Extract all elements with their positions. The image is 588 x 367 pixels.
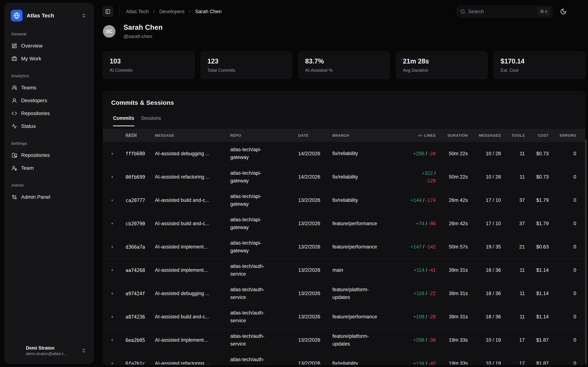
column-header-message[interactable]: Message bbox=[145, 129, 228, 142]
breadcrumb-item[interactable]: Sarah Chen bbox=[195, 9, 222, 15]
expand-caret-icon[interactable] bbox=[111, 245, 114, 249]
cell-message: AI-assisted refactoring ... bbox=[145, 165, 228, 189]
sidebar-toggle-button[interactable] bbox=[103, 6, 113, 17]
expand-caret-icon[interactable] bbox=[111, 152, 114, 155]
sidebar-item-repositories[interactable]: Repositories bbox=[10, 107, 88, 120]
cell-tools: 37 bbox=[501, 189, 525, 212]
column-header-duration[interactable]: Duration bbox=[436, 129, 468, 142]
expand-caret-icon[interactable] bbox=[111, 222, 114, 225]
table-row[interactable]: 00fb699AI-assisted refactoring ...atlas-… bbox=[103, 165, 585, 189]
cell-tools: 11 bbox=[501, 282, 525, 305]
expand-caret-icon[interactable] bbox=[111, 362, 114, 365]
app-switcher[interactable]: Atlas Tech bbox=[10, 8, 88, 23]
cell-message: AI-assisted implement... bbox=[145, 259, 228, 282]
cell-messages: 10 / 19 bbox=[468, 352, 501, 365]
cell-message: AI-assisted implement... bbox=[145, 235, 228, 259]
expand-caret-icon[interactable] bbox=[111, 199, 114, 202]
sidebar-item-overview[interactable]: Overview bbox=[10, 40, 88, 52]
cell-errors: 0 bbox=[549, 235, 576, 259]
cell-duration: 50m 22s bbox=[436, 165, 468, 189]
user-icon bbox=[12, 98, 17, 103]
column-header-date[interactable]: Date bbox=[296, 129, 331, 142]
cell-lines: +322 /-129 bbox=[392, 165, 436, 189]
page-title: Sarah Chen bbox=[123, 24, 163, 31]
cell-lines: +298 / -24 bbox=[392, 142, 436, 165]
expand-caret-icon[interactable] bbox=[111, 339, 114, 342]
account-avatar[interactable] bbox=[574, 6, 585, 17]
column-header-errors[interactable]: Errors bbox=[549, 129, 576, 142]
user-gear-icon bbox=[12, 165, 17, 171]
cell-duration: 39m 31s bbox=[436, 282, 468, 305]
cell-message: AI-assisted implement... bbox=[145, 328, 228, 352]
column-header-cost[interactable]: Cost bbox=[525, 129, 549, 142]
stat-card-avg-duration: 21m 28sAvg Duration bbox=[396, 51, 487, 79]
dark-mode-toggle[interactable] bbox=[560, 8, 567, 15]
expand-caret-icon[interactable] bbox=[111, 269, 114, 272]
sidebar-nav: GeneralOverviewMy WorkAnalyticsTeamsDeve… bbox=[10, 23, 88, 342]
expand-caret-icon[interactable] bbox=[111, 292, 114, 295]
column-header-tools[interactable]: Tools bbox=[501, 129, 525, 142]
table-row[interactable]: 6fa2b1cAI-assisted refactoring ...atlas-… bbox=[103, 352, 585, 365]
cell-date: 13/2/2026 bbox=[296, 305, 331, 328]
sidebar-item-status[interactable]: Status bbox=[10, 120, 88, 133]
column-header-messages[interactable]: Messages bbox=[468, 129, 501, 142]
sidebar-item-developers[interactable]: Developers bbox=[10, 94, 88, 107]
user-menu[interactable]: Demi Straton demi.straton@atlas-t... bbox=[10, 342, 88, 359]
scrollbar[interactable] bbox=[585, 140, 587, 365]
sidebar-item-team[interactable]: Team bbox=[10, 162, 88, 175]
app-name: Atlas Tech bbox=[27, 12, 77, 19]
breadcrumb-item[interactable]: Developers bbox=[159, 9, 184, 15]
cell-cost: $0.73 bbox=[525, 165, 549, 189]
tab-sessions[interactable]: Sessions bbox=[141, 116, 161, 126]
cell-errors: 0 bbox=[549, 165, 576, 189]
cell-branch: fix/reliability bbox=[331, 352, 392, 365]
activity-icon bbox=[12, 124, 17, 129]
cell-message: AI-assisted debugging ... bbox=[145, 282, 228, 305]
cell-messages: 18 / 36 bbox=[468, 305, 501, 328]
sidebar-item-admin-panel[interactable]: Admin Panel bbox=[10, 191, 88, 203]
table-row[interactable]: aa74268AI-assisted implement...atlas-tec… bbox=[103, 259, 585, 282]
expand-caret-icon[interactable] bbox=[111, 315, 114, 318]
table-row[interactable]: a97424fAI-assisted debugging ...atlas-te… bbox=[103, 282, 585, 305]
cell-messages: 10 / 28 bbox=[468, 142, 501, 165]
stat-label: AI-Assisted % bbox=[305, 68, 383, 73]
nav-section-general: GeneralOverviewMy Work bbox=[10, 32, 88, 65]
cell-lines: +108 / -28 bbox=[392, 305, 436, 328]
cell-cost: $1.14 bbox=[525, 282, 549, 305]
expand-caret-icon[interactable] bbox=[111, 175, 114, 179]
cell-duration: 50m 22s bbox=[436, 142, 468, 165]
stat-value: 83.7% bbox=[305, 58, 383, 65]
table-row[interactable]: 6ea2b05AI-assisted implement...atlas-tec… bbox=[103, 328, 585, 352]
table-row[interactable]: d366a7aAI-assisted implement...atlas-tec… bbox=[103, 235, 585, 259]
column-header-branch[interactable]: Branch bbox=[331, 129, 392, 142]
cell-duration: 19m 33s bbox=[436, 352, 468, 365]
cell-repo: atlas-tech/auth-service bbox=[228, 352, 296, 365]
cell-messages: 19 / 35 bbox=[468, 235, 501, 259]
stat-label: Total Commits bbox=[208, 68, 285, 73]
breadcrumb: Atlas TechDevelopersSarah Chen bbox=[126, 9, 222, 15]
table-row[interactable]: cb20790AI-assisted build and-c...atlas-t… bbox=[103, 212, 585, 235]
search-box[interactable]: ⌘ K bbox=[457, 6, 553, 17]
cell-date: 13/2/2026 bbox=[296, 212, 331, 235]
table-row[interactable]: ca20777AI-assisted build and-c...atlas-t… bbox=[103, 189, 585, 212]
user-avatar bbox=[11, 345, 23, 357]
cell-branch: fix/reliability bbox=[331, 189, 392, 212]
column-header--lines[interactable]: +/- Lines bbox=[392, 129, 436, 142]
cell-errors: 0 bbox=[549, 282, 576, 305]
column-header-repo[interactable]: Repo bbox=[228, 129, 296, 142]
cell-tools: 21 bbox=[501, 235, 525, 259]
cell-cost: $1.79 bbox=[525, 189, 549, 212]
cell-repo: atlas-tech/api-gateway bbox=[228, 189, 296, 212]
table-row[interactable]: fffb680AI-assisted debugging ...atlas-te… bbox=[103, 142, 585, 165]
table-row[interactable]: a874236AI-assisted build and-c...atlas-t… bbox=[103, 305, 585, 328]
search-input[interactable] bbox=[468, 9, 534, 15]
sidebar-item-my-work[interactable]: My Work bbox=[10, 52, 88, 65]
breadcrumb-item[interactable]: Atlas Tech bbox=[126, 9, 149, 15]
column-header-hash[interactable]: Hash bbox=[116, 129, 145, 142]
nav-section-label: General bbox=[11, 32, 87, 36]
briefcase-icon bbox=[12, 56, 17, 61]
sidebar-item-repositories[interactable]: Repositories bbox=[10, 149, 88, 162]
tab-commits[interactable]: Commits bbox=[113, 116, 134, 126]
panel-title: Commits & Sessions bbox=[111, 99, 585, 106]
sidebar-item-teams[interactable]: Teams bbox=[10, 81, 88, 94]
